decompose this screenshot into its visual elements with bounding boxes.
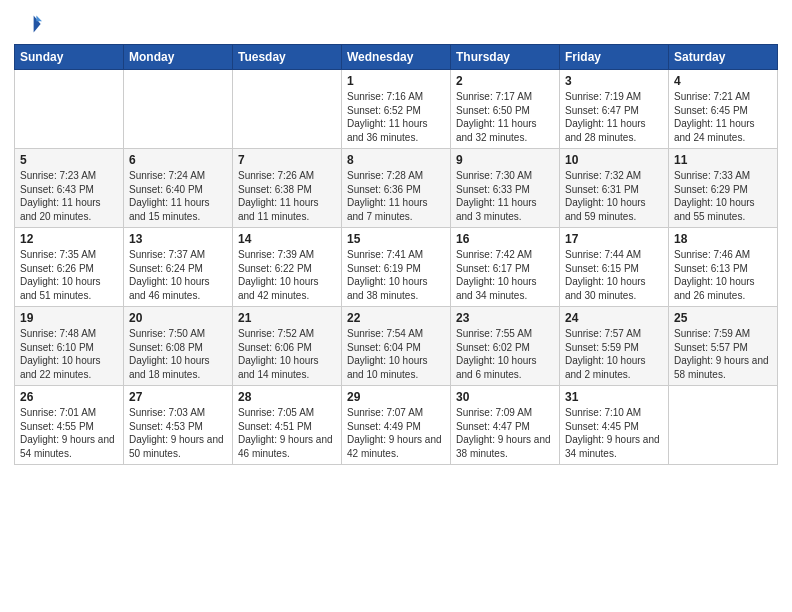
calendar-cell: 14Sunrise: 7:39 AM Sunset: 6:22 PM Dayli… — [233, 228, 342, 307]
calendar-cell: 3Sunrise: 7:19 AM Sunset: 6:47 PM Daylig… — [560, 70, 669, 149]
day-content: Sunrise: 7:33 AM Sunset: 6:29 PM Dayligh… — [674, 169, 772, 223]
weekday-header-thursday: Thursday — [451, 45, 560, 70]
calendar-cell: 24Sunrise: 7:57 AM Sunset: 5:59 PM Dayli… — [560, 307, 669, 386]
day-content: Sunrise: 7:55 AM Sunset: 6:02 PM Dayligh… — [456, 327, 554, 381]
calendar-cell — [124, 70, 233, 149]
day-number: 12 — [20, 232, 118, 246]
calendar-cell: 16Sunrise: 7:42 AM Sunset: 6:17 PM Dayli… — [451, 228, 560, 307]
day-content: Sunrise: 7:26 AM Sunset: 6:38 PM Dayligh… — [238, 169, 336, 223]
calendar-cell: 26Sunrise: 7:01 AM Sunset: 4:55 PM Dayli… — [15, 386, 124, 465]
day-content: Sunrise: 7:19 AM Sunset: 6:47 PM Dayligh… — [565, 90, 663, 144]
day-number: 30 — [456, 390, 554, 404]
svg-marker-1 — [36, 16, 42, 22]
calendar-cell: 12Sunrise: 7:35 AM Sunset: 6:26 PM Dayli… — [15, 228, 124, 307]
day-content: Sunrise: 7:23 AM Sunset: 6:43 PM Dayligh… — [20, 169, 118, 223]
calendar-week-row: 1Sunrise: 7:16 AM Sunset: 6:52 PM Daylig… — [15, 70, 778, 149]
day-content: Sunrise: 7:28 AM Sunset: 6:36 PM Dayligh… — [347, 169, 445, 223]
calendar-cell: 23Sunrise: 7:55 AM Sunset: 6:02 PM Dayli… — [451, 307, 560, 386]
day-content: Sunrise: 7:39 AM Sunset: 6:22 PM Dayligh… — [238, 248, 336, 302]
calendar-cell: 21Sunrise: 7:52 AM Sunset: 6:06 PM Dayli… — [233, 307, 342, 386]
weekday-header-tuesday: Tuesday — [233, 45, 342, 70]
calendar-cell: 20Sunrise: 7:50 AM Sunset: 6:08 PM Dayli… — [124, 307, 233, 386]
calendar-cell: 8Sunrise: 7:28 AM Sunset: 6:36 PM Daylig… — [342, 149, 451, 228]
day-number: 10 — [565, 153, 663, 167]
day-content: Sunrise: 7:17 AM Sunset: 6:50 PM Dayligh… — [456, 90, 554, 144]
calendar-cell: 17Sunrise: 7:44 AM Sunset: 6:15 PM Dayli… — [560, 228, 669, 307]
weekday-header-monday: Monday — [124, 45, 233, 70]
calendar-cell: 1Sunrise: 7:16 AM Sunset: 6:52 PM Daylig… — [342, 70, 451, 149]
calendar-week-row: 5Sunrise: 7:23 AM Sunset: 6:43 PM Daylig… — [15, 149, 778, 228]
calendar-cell — [15, 70, 124, 149]
day-content: Sunrise: 7:35 AM Sunset: 6:26 PM Dayligh… — [20, 248, 118, 302]
calendar-cell: 29Sunrise: 7:07 AM Sunset: 4:49 PM Dayli… — [342, 386, 451, 465]
day-content: Sunrise: 7:03 AM Sunset: 4:53 PM Dayligh… — [129, 406, 227, 460]
day-number: 2 — [456, 74, 554, 88]
day-number: 5 — [20, 153, 118, 167]
day-content: Sunrise: 7:50 AM Sunset: 6:08 PM Dayligh… — [129, 327, 227, 381]
header — [14, 10, 778, 38]
day-number: 13 — [129, 232, 227, 246]
calendar-cell: 13Sunrise: 7:37 AM Sunset: 6:24 PM Dayli… — [124, 228, 233, 307]
day-content: Sunrise: 7:07 AM Sunset: 4:49 PM Dayligh… — [347, 406, 445, 460]
day-number: 31 — [565, 390, 663, 404]
day-content: Sunrise: 7:16 AM Sunset: 6:52 PM Dayligh… — [347, 90, 445, 144]
day-number: 1 — [347, 74, 445, 88]
calendar-cell: 31Sunrise: 7:10 AM Sunset: 4:45 PM Dayli… — [560, 386, 669, 465]
calendar-week-row: 12Sunrise: 7:35 AM Sunset: 6:26 PM Dayli… — [15, 228, 778, 307]
day-number: 21 — [238, 311, 336, 325]
day-content: Sunrise: 7:32 AM Sunset: 6:31 PM Dayligh… — [565, 169, 663, 223]
weekday-header-sunday: Sunday — [15, 45, 124, 70]
calendar-cell: 28Sunrise: 7:05 AM Sunset: 4:51 PM Dayli… — [233, 386, 342, 465]
calendar-cell: 25Sunrise: 7:59 AM Sunset: 5:57 PM Dayli… — [669, 307, 778, 386]
calendar-cell: 10Sunrise: 7:32 AM Sunset: 6:31 PM Dayli… — [560, 149, 669, 228]
day-number: 3 — [565, 74, 663, 88]
day-number: 24 — [565, 311, 663, 325]
calendar-cell: 5Sunrise: 7:23 AM Sunset: 6:43 PM Daylig… — [15, 149, 124, 228]
day-number: 25 — [674, 311, 772, 325]
calendar-cell: 7Sunrise: 7:26 AM Sunset: 6:38 PM Daylig… — [233, 149, 342, 228]
calendar-table: SundayMondayTuesdayWednesdayThursdayFrid… — [14, 44, 778, 465]
day-content: Sunrise: 7:41 AM Sunset: 6:19 PM Dayligh… — [347, 248, 445, 302]
calendar-cell: 11Sunrise: 7:33 AM Sunset: 6:29 PM Dayli… — [669, 149, 778, 228]
day-content: Sunrise: 7:42 AM Sunset: 6:17 PM Dayligh… — [456, 248, 554, 302]
logo-icon — [14, 10, 42, 38]
day-content: Sunrise: 7:05 AM Sunset: 4:51 PM Dayligh… — [238, 406, 336, 460]
day-number: 11 — [674, 153, 772, 167]
day-content: Sunrise: 7:44 AM Sunset: 6:15 PM Dayligh… — [565, 248, 663, 302]
day-content: Sunrise: 7:59 AM Sunset: 5:57 PM Dayligh… — [674, 327, 772, 381]
day-number: 26 — [20, 390, 118, 404]
day-number: 6 — [129, 153, 227, 167]
day-content: Sunrise: 7:01 AM Sunset: 4:55 PM Dayligh… — [20, 406, 118, 460]
day-number: 14 — [238, 232, 336, 246]
day-content: Sunrise: 7:10 AM Sunset: 4:45 PM Dayligh… — [565, 406, 663, 460]
day-number: 28 — [238, 390, 336, 404]
day-number: 18 — [674, 232, 772, 246]
weekday-header-saturday: Saturday — [669, 45, 778, 70]
day-number: 23 — [456, 311, 554, 325]
day-number: 7 — [238, 153, 336, 167]
logo — [14, 10, 46, 38]
calendar-cell: 30Sunrise: 7:09 AM Sunset: 4:47 PM Dayli… — [451, 386, 560, 465]
calendar-cell: 9Sunrise: 7:30 AM Sunset: 6:33 PM Daylig… — [451, 149, 560, 228]
day-number: 19 — [20, 311, 118, 325]
day-number: 27 — [129, 390, 227, 404]
day-number: 16 — [456, 232, 554, 246]
page-container: SundayMondayTuesdayWednesdayThursdayFrid… — [0, 0, 792, 473]
day-content: Sunrise: 7:24 AM Sunset: 6:40 PM Dayligh… — [129, 169, 227, 223]
calendar-cell: 27Sunrise: 7:03 AM Sunset: 4:53 PM Dayli… — [124, 386, 233, 465]
calendar-week-row: 26Sunrise: 7:01 AM Sunset: 4:55 PM Dayli… — [15, 386, 778, 465]
day-number: 9 — [456, 153, 554, 167]
day-content: Sunrise: 7:37 AM Sunset: 6:24 PM Dayligh… — [129, 248, 227, 302]
calendar-week-row: 19Sunrise: 7:48 AM Sunset: 6:10 PM Dayli… — [15, 307, 778, 386]
calendar-cell: 6Sunrise: 7:24 AM Sunset: 6:40 PM Daylig… — [124, 149, 233, 228]
day-number: 15 — [347, 232, 445, 246]
day-number: 4 — [674, 74, 772, 88]
calendar-header-row: SundayMondayTuesdayWednesdayThursdayFrid… — [15, 45, 778, 70]
day-number: 20 — [129, 311, 227, 325]
calendar-cell: 2Sunrise: 7:17 AM Sunset: 6:50 PM Daylig… — [451, 70, 560, 149]
weekday-header-friday: Friday — [560, 45, 669, 70]
weekday-header-wednesday: Wednesday — [342, 45, 451, 70]
day-content: Sunrise: 7:09 AM Sunset: 4:47 PM Dayligh… — [456, 406, 554, 460]
day-content: Sunrise: 7:48 AM Sunset: 6:10 PM Dayligh… — [20, 327, 118, 381]
calendar-cell — [233, 70, 342, 149]
